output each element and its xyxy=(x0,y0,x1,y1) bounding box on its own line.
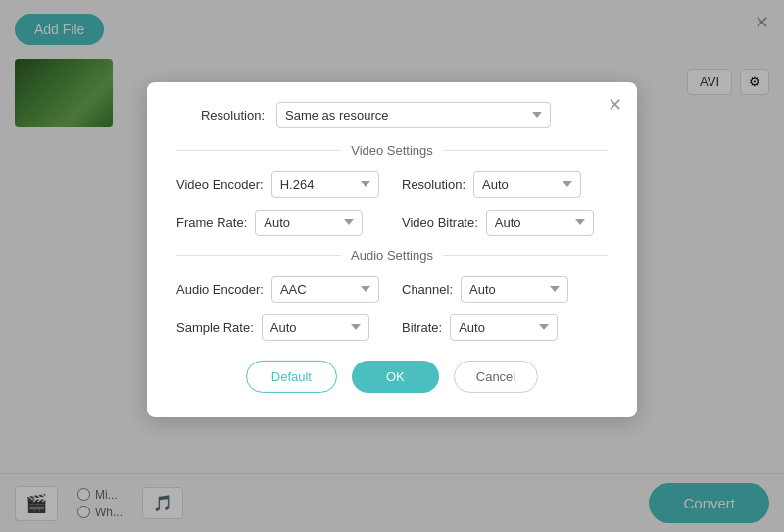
divider-line-right xyxy=(443,149,608,150)
audio-bitrate-group: Bitrate: Auto xyxy=(402,314,608,340)
framerate-bitrate-row: Frame Rate: Auto Video Bitrate: Auto xyxy=(176,209,608,235)
audio-divider-right xyxy=(443,254,608,255)
audio-settings-title: Audio Settings xyxy=(351,247,433,262)
video-bitrate-label: Video Bitrate: xyxy=(402,215,478,229)
audio-divider-left xyxy=(176,254,341,255)
audio-bitrate-select[interactable]: Auto xyxy=(450,314,558,340)
channel-label: Channel: xyxy=(402,281,453,296)
audio-encoder-label: Audio Encoder: xyxy=(176,281,264,296)
video-bitrate-select[interactable]: Auto xyxy=(486,209,594,235)
dialog-actions: Default OK Cancel xyxy=(176,360,608,392)
ok-button[interactable]: OK xyxy=(352,360,439,392)
audio-settings-divider: Audio Settings xyxy=(176,247,608,262)
video-encoder-select[interactable]: H.264 xyxy=(271,170,379,197)
samplerate-group: Sample Rate: Auto xyxy=(176,314,382,340)
settings-dialog: ✕ Resolution: Same as resource Video Set… xyxy=(147,81,637,416)
video-settings-title: Video Settings xyxy=(351,142,433,157)
cancel-button[interactable]: Cancel xyxy=(454,360,538,392)
framerate-select[interactable]: Auto xyxy=(255,209,363,235)
resolution-select[interactable]: Same as resource xyxy=(276,101,551,127)
video-settings-divider: Video Settings xyxy=(176,142,608,157)
video-resolution-select[interactable]: Auto xyxy=(473,170,581,197)
dialog-close-button[interactable]: ✕ xyxy=(608,93,622,115)
app-background: Add File ✕ AVI ⚙ 🎬 Mi... xyxy=(0,0,784,532)
resolution-label: Resolution: xyxy=(176,107,265,121)
resolution-row: Resolution: Same as resource xyxy=(176,101,608,127)
default-button[interactable]: Default xyxy=(246,360,337,392)
channel-select[interactable]: Auto xyxy=(461,275,568,302)
audio-encoder-group: Audio Encoder: AAC xyxy=(176,275,382,302)
video-resolution-group: Resolution: Auto xyxy=(402,170,608,197)
video-encoder-label: Video Encoder: xyxy=(176,176,264,191)
audio-encoder-select[interactable]: AAC xyxy=(271,275,379,302)
video-bitrate-group: Video Bitrate: Auto xyxy=(402,209,608,235)
framerate-label: Frame Rate: xyxy=(176,215,247,229)
channel-group: Channel: Auto xyxy=(402,275,608,302)
video-resolution-label: Resolution: xyxy=(402,176,466,191)
framerate-group: Frame Rate: Auto xyxy=(176,209,382,235)
video-encoder-group: Video Encoder: H.264 xyxy=(176,170,382,197)
video-encoder-resolution-row: Video Encoder: H.264 Resolution: Auto xyxy=(176,170,608,197)
samplerate-bitrate-row: Sample Rate: Auto Bitrate: Auto xyxy=(176,314,608,340)
divider-line-left xyxy=(176,149,341,150)
audio-encoder-channel-row: Audio Encoder: AAC Channel: Auto xyxy=(176,275,608,302)
audio-bitrate-label: Bitrate: xyxy=(402,319,442,334)
samplerate-select[interactable]: Auto xyxy=(262,314,369,340)
samplerate-label: Sample Rate: xyxy=(176,319,254,334)
